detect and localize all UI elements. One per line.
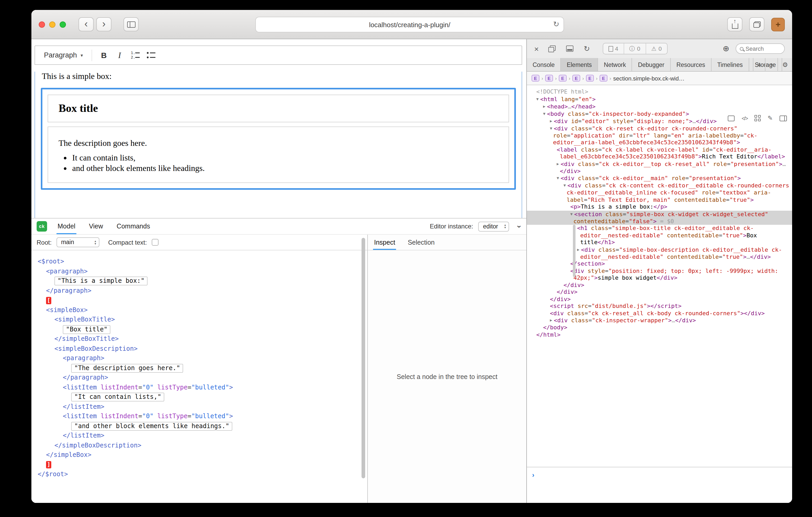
- disclosure-triangle-icon[interactable]: ▼: [543, 111, 545, 116]
- undock-icon[interactable]: [548, 45, 556, 52]
- simple-box-title-editable[interactable]: Box title: [48, 95, 509, 122]
- tab-overview-button[interactable]: [749, 17, 764, 31]
- tab-network[interactable]: Network: [598, 58, 632, 71]
- disclosure-triangle-icon[interactable]: ▼: [563, 183, 566, 188]
- model-tree-node[interactable]: ]: [31, 460, 367, 469]
- model-tree-node[interactable]: "It can contain lists,": [31, 392, 367, 402]
- text-node-box[interactable]: "It can contain lists,": [71, 393, 164, 401]
- dom-tree-node[interactable]: ▼<div class="ck ck-content ck-editor__ed…: [527, 182, 792, 203]
- model-tree-node[interactable]: </simpleBoxDescription>: [31, 440, 367, 450]
- paragraph-dropdown[interactable]: Paragraph ▾: [40, 49, 87, 61]
- dom-tree-node[interactable]: ▶<div class="ck ck-editor__top ck-reset_…: [527, 160, 792, 175]
- model-tree-node[interactable]: </simpleBoxTitle>: [31, 334, 367, 344]
- dom-tree-node[interactable]: </div>: [527, 296, 792, 303]
- model-tree-node[interactable]: "This is a simple box:": [31, 276, 367, 286]
- text-node-box[interactable]: "and other block elements like headings.…: [71, 422, 232, 430]
- text-node-box[interactable]: "This is a simple box:": [54, 277, 148, 285]
- model-tree-node[interactable]: "Box title": [31, 324, 367, 334]
- zoom-window-button[interactable]: [60, 21, 66, 27]
- list-item[interactable]: and other block elements like headings.: [72, 163, 498, 173]
- dom-tree-node[interactable]: ▶<div class="ck-inspector-wrapper">…</di…: [527, 317, 792, 324]
- disclosure-triangle-icon[interactable]: ▶: [577, 247, 579, 252]
- sidebar-button[interactable]: [123, 17, 139, 31]
- back-button[interactable]: ‹: [79, 17, 94, 31]
- settings-gear-icon[interactable]: ⚙: [778, 58, 792, 71]
- description-paragraph[interactable]: The description goes here.: [59, 139, 498, 148]
- tab-model[interactable]: Model: [58, 218, 75, 234]
- inspector-search[interactable]: [735, 43, 785, 54]
- layout-grid-icon[interactable]: [754, 115, 761, 121]
- model-tree-node[interactable]: <simpleBoxTitle>: [31, 315, 367, 324]
- dom-tree-node[interactable]: ▼<div class="ck ck-reset ck-editor ck-ro…: [527, 125, 792, 146]
- model-tree-node[interactable]: </$root>: [31, 469, 367, 479]
- tab-view[interactable]: View: [89, 218, 103, 234]
- numbered-list-button[interactable]: 1.2.: [127, 48, 143, 62]
- tab-inspect[interactable]: Inspect: [374, 235, 395, 250]
- breadcrumb-current-element[interactable]: section.simple-box.ck-wid…: [613, 75, 685, 81]
- dom-tree-node[interactable]: ▶<head>…</head>: [527, 103, 792, 110]
- dom-tree-node[interactable]: <p>This is a simple box:</p>: [527, 203, 792, 210]
- model-tree-node[interactable]: "The description goes here.": [31, 363, 367, 373]
- bold-button[interactable]: B: [96, 48, 112, 62]
- text-node-box[interactable]: "Box title": [63, 325, 111, 334]
- disclosure-triangle-icon[interactable]: ▼: [570, 211, 573, 216]
- close-inspector-button[interactable]: ×: [534, 44, 539, 53]
- dom-tree-node[interactable]: </section>: [527, 260, 792, 267]
- dom-tree-node[interactable]: </div>: [527, 281, 792, 288]
- element-picker-button[interactable]: ⊕: [723, 44, 729, 53]
- disclosure-triangle-icon[interactable]: ▶: [543, 104, 545, 109]
- add-tab-button[interactable]: +: [765, 58, 778, 71]
- dom-tree-node[interactable]: </div>: [527, 288, 792, 296]
- disclosure-triangle-icon[interactable]: ▶: [550, 118, 552, 123]
- breadcrumb-element-badge[interactable]: E: [559, 75, 567, 82]
- reload-page-icon[interactable]: ↻: [553, 20, 559, 28]
- dock-bottom-icon[interactable]: [566, 45, 573, 52]
- model-tree-node[interactable]: </simpleBox>: [31, 450, 367, 460]
- dom-tree-node[interactable]: <label class="ck ck-label ck-voice-label…: [527, 146, 792, 160]
- model-tree-node[interactable]: "and other block elements like headings.…: [31, 421, 367, 431]
- minimize-window-button[interactable]: [49, 21, 55, 27]
- close-window-button[interactable]: [39, 21, 45, 27]
- italic-button[interactable]: I: [112, 48, 127, 62]
- model-tree-node[interactable]: [: [31, 295, 367, 305]
- model-tree-node[interactable]: <listItem listIndent="0" listType="bulle…: [31, 383, 367, 392]
- tab-elements[interactable]: Elements: [561, 58, 598, 71]
- dom-tree-node[interactable]: <!DOCTYPE html>: [527, 88, 792, 95]
- dom-tree-node[interactable]: <h1 class="simple-box-title ck-editor__e…: [527, 225, 792, 246]
- box-title-heading[interactable]: Box title: [59, 102, 498, 115]
- breadcrumb-element-badge[interactable]: E: [545, 75, 553, 82]
- model-tree-node[interactable]: <simpleBoxDescription>: [31, 344, 367, 354]
- dom-tree-node[interactable]: ▼<html lang="en">: [527, 95, 792, 103]
- compact-text-checkbox[interactable]: [151, 239, 158, 246]
- edit-pencil-icon[interactable]: ✎: [767, 115, 773, 122]
- simple-box-widget[interactable]: Box title The description goes here. It …: [41, 88, 516, 190]
- breadcrumb-element-badge[interactable]: E: [586, 75, 594, 82]
- dom-tree-node[interactable]: ▶<div class="simple-box-description ck-e…: [527, 246, 792, 260]
- address-bar[interactable]: localhost/creating-a-plugin/ ↻: [255, 17, 564, 32]
- root-select[interactable]: main ▲▼: [56, 237, 99, 247]
- new-tab-button[interactable]: +: [771, 18, 785, 31]
- disclosure-triangle-icon[interactable]: ▶: [550, 318, 552, 323]
- text-node-box[interactable]: "The description goes here.": [71, 364, 183, 372]
- breadcrumb-element-badge[interactable]: E: [531, 75, 540, 82]
- intro-paragraph[interactable]: This is a simple box:: [42, 71, 515, 81]
- tab-commands[interactable]: Commands: [117, 218, 150, 234]
- console-info-count[interactable]: ⓘ 0: [624, 43, 645, 54]
- disclosure-triangle-icon[interactable]: ▼: [536, 96, 539, 101]
- editor-editable-area[interactable]: This is a simple box: Box title The desc…: [34, 71, 522, 220]
- dom-tree-node[interactable]: </body>: [527, 324, 792, 331]
- model-tree-scrollbar[interactable]: [361, 238, 365, 478]
- tab-timelines[interactable]: Timelines: [712, 58, 749, 71]
- search-input[interactable]: [746, 45, 781, 52]
- console-warning-count[interactable]: ⚠ 0: [646, 43, 667, 54]
- model-tree-node[interactable]: <$root>: [31, 257, 367, 266]
- tab-selection[interactable]: Selection: [408, 235, 435, 250]
- model-tree-node[interactable]: <paragraph>: [31, 354, 367, 363]
- model-tree-node[interactable]: <paragraph>: [31, 266, 367, 276]
- tab-debugger[interactable]: Debugger: [632, 58, 671, 71]
- disclosure-triangle-icon[interactable]: ▶: [557, 161, 559, 166]
- resource-count[interactable]: 4: [603, 43, 624, 54]
- model-tree-node[interactable]: </listItem>: [31, 402, 367, 412]
- simple-box-description-editable[interactable]: The description goes here. It can contai…: [48, 126, 509, 183]
- tab-overflow-button[interactable]: »: [753, 58, 765, 71]
